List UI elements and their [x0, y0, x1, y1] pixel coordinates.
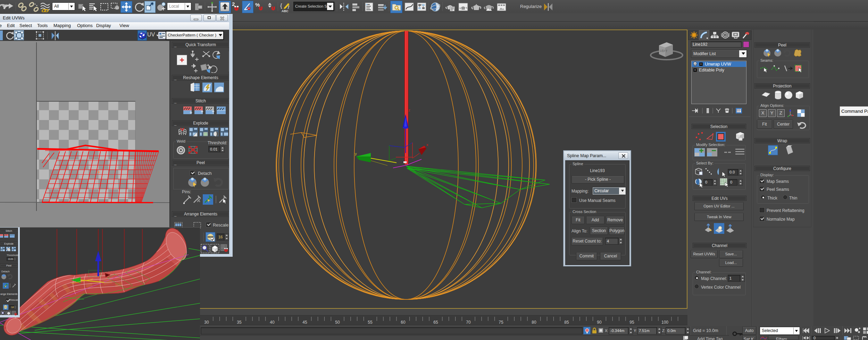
svg-text:x: x: [426, 143, 428, 147]
svg-text:45: 45: [302, 320, 307, 325]
svg-text:85: 85: [564, 320, 569, 325]
svg-text:40: 40: [270, 320, 275, 325]
svg-text:LEFT: LEFT: [660, 49, 668, 53]
svg-text:80: 80: [532, 320, 536, 325]
svg-text:65: 65: [433, 320, 438, 325]
svg-text:35: 35: [237, 320, 242, 325]
svg-text:90: 90: [597, 320, 602, 325]
svg-text:ABC: ABC: [282, 9, 289, 12]
svg-text:z: z: [408, 108, 410, 112]
svg-text:{: {: [280, 2, 282, 9]
svg-text:y: y: [355, 152, 357, 156]
svg-text:70: 70: [466, 320, 471, 325]
svg-text:60: 60: [401, 320, 406, 325]
svg-text:100: 100: [661, 320, 668, 325]
svg-text:95: 95: [629, 320, 634, 325]
svg-text:50: 50: [335, 320, 340, 325]
svg-text:30: 30: [204, 320, 209, 325]
svg-text:55: 55: [368, 320, 373, 325]
svg-text:75: 75: [499, 320, 503, 325]
